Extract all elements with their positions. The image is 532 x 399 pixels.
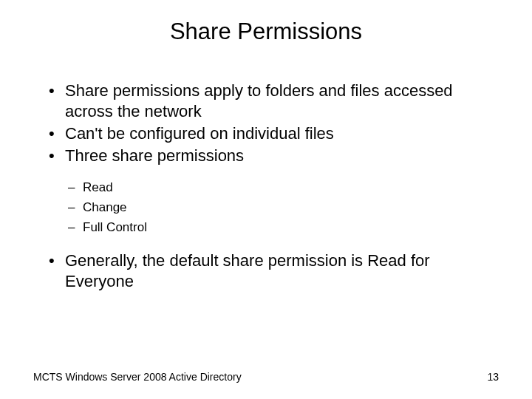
bullet-item: Generally, the default share permission …: [49, 250, 499, 292]
sub-bullet-list: Read Change Full Control: [35, 177, 499, 238]
sub-bullet-item: Full Control: [68, 217, 499, 237]
slide-content: Share permissions apply to folders and f…: [33, 81, 499, 293]
slide: Share Permissions Share permissions appl…: [0, 0, 532, 399]
sub-bullet-item: Read: [68, 177, 499, 197]
footer-left-text: MCTS Windows Server 2008 Active Director…: [33, 371, 242, 383]
page-number: 13: [487, 371, 499, 383]
main-bullet-list: Share permissions apply to folders and f…: [35, 81, 499, 167]
slide-title: Share Permissions: [33, 18, 499, 45]
bullet-item: Can't be configured on individual files: [49, 123, 499, 144]
main-bullet-list-2: Generally, the default share permission …: [35, 250, 499, 292]
bullet-item: Three share permissions: [49, 146, 499, 166]
slide-footer: MCTS Windows Server 2008 Active Director…: [33, 371, 499, 383]
sub-bullet-item: Change: [68, 197, 499, 217]
bullet-item: Share permissions apply to folders and f…: [49, 81, 499, 122]
